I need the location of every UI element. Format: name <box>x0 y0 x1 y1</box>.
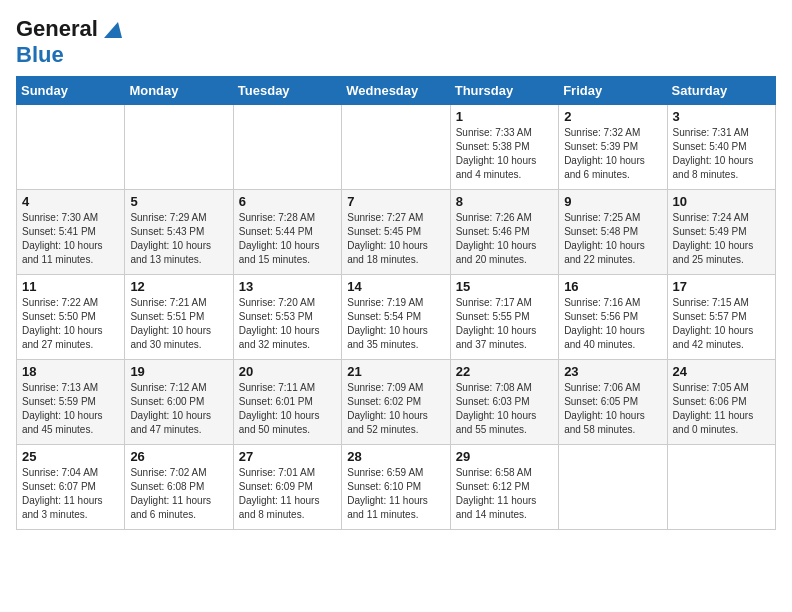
day-number: 2 <box>564 109 661 124</box>
calendar-cell <box>667 445 775 530</box>
calendar-cell: 16Sunrise: 7:16 AM Sunset: 5:56 PM Dayli… <box>559 275 667 360</box>
col-header-friday: Friday <box>559 77 667 105</box>
day-number: 14 <box>347 279 444 294</box>
day-number: 17 <box>673 279 770 294</box>
day-info: Sunrise: 7:32 AM Sunset: 5:39 PM Dayligh… <box>564 126 661 182</box>
day-info: Sunrise: 7:08 AM Sunset: 6:03 PM Dayligh… <box>456 381 553 437</box>
day-info: Sunrise: 7:04 AM Sunset: 6:07 PM Dayligh… <box>22 466 119 522</box>
day-info: Sunrise: 7:28 AM Sunset: 5:44 PM Dayligh… <box>239 211 336 267</box>
day-number: 6 <box>239 194 336 209</box>
page-header: General Blue <box>16 16 776 68</box>
calendar-cell: 17Sunrise: 7:15 AM Sunset: 5:57 PM Dayli… <box>667 275 775 360</box>
col-header-thursday: Thursday <box>450 77 558 105</box>
day-number: 28 <box>347 449 444 464</box>
logo-triangle-icon <box>100 18 122 40</box>
day-info: Sunrise: 7:33 AM Sunset: 5:38 PM Dayligh… <box>456 126 553 182</box>
calendar-cell: 23Sunrise: 7:06 AM Sunset: 6:05 PM Dayli… <box>559 360 667 445</box>
day-number: 10 <box>673 194 770 209</box>
calendar-cell: 19Sunrise: 7:12 AM Sunset: 6:00 PM Dayli… <box>125 360 233 445</box>
day-number: 18 <box>22 364 119 379</box>
col-header-monday: Monday <box>125 77 233 105</box>
calendar-table: SundayMondayTuesdayWednesdayThursdayFrid… <box>16 76 776 530</box>
day-info: Sunrise: 7:15 AM Sunset: 5:57 PM Dayligh… <box>673 296 770 352</box>
day-info: Sunrise: 7:16 AM Sunset: 5:56 PM Dayligh… <box>564 296 661 352</box>
calendar-cell: 25Sunrise: 7:04 AM Sunset: 6:07 PM Dayli… <box>17 445 125 530</box>
day-number: 11 <box>22 279 119 294</box>
calendar-cell: 24Sunrise: 7:05 AM Sunset: 6:06 PM Dayli… <box>667 360 775 445</box>
day-number: 24 <box>673 364 770 379</box>
logo-blue-text: Blue <box>16 42 64 67</box>
day-number: 15 <box>456 279 553 294</box>
calendar-cell: 4Sunrise: 7:30 AM Sunset: 5:41 PM Daylig… <box>17 190 125 275</box>
day-number: 19 <box>130 364 227 379</box>
day-number: 16 <box>564 279 661 294</box>
calendar-cell: 10Sunrise: 7:24 AM Sunset: 5:49 PM Dayli… <box>667 190 775 275</box>
calendar-cell: 22Sunrise: 7:08 AM Sunset: 6:03 PM Dayli… <box>450 360 558 445</box>
day-info: Sunrise: 7:30 AM Sunset: 5:41 PM Dayligh… <box>22 211 119 267</box>
day-number: 25 <box>22 449 119 464</box>
day-number: 23 <box>564 364 661 379</box>
col-header-tuesday: Tuesday <box>233 77 341 105</box>
day-info: Sunrise: 7:29 AM Sunset: 5:43 PM Dayligh… <box>130 211 227 267</box>
day-info: Sunrise: 6:59 AM Sunset: 6:10 PM Dayligh… <box>347 466 444 522</box>
day-info: Sunrise: 7:27 AM Sunset: 5:45 PM Dayligh… <box>347 211 444 267</box>
day-info: Sunrise: 7:21 AM Sunset: 5:51 PM Dayligh… <box>130 296 227 352</box>
calendar-cell: 7Sunrise: 7:27 AM Sunset: 5:45 PM Daylig… <box>342 190 450 275</box>
day-number: 9 <box>564 194 661 209</box>
day-info: Sunrise: 7:01 AM Sunset: 6:09 PM Dayligh… <box>239 466 336 522</box>
calendar-cell <box>233 105 341 190</box>
day-info: Sunrise: 7:31 AM Sunset: 5:40 PM Dayligh… <box>673 126 770 182</box>
day-info: Sunrise: 7:05 AM Sunset: 6:06 PM Dayligh… <box>673 381 770 437</box>
day-number: 21 <box>347 364 444 379</box>
day-info: Sunrise: 7:12 AM Sunset: 6:00 PM Dayligh… <box>130 381 227 437</box>
day-info: Sunrise: 7:17 AM Sunset: 5:55 PM Dayligh… <box>456 296 553 352</box>
calendar-cell: 26Sunrise: 7:02 AM Sunset: 6:08 PM Dayli… <box>125 445 233 530</box>
day-info: Sunrise: 7:24 AM Sunset: 5:49 PM Dayligh… <box>673 211 770 267</box>
day-info: Sunrise: 7:22 AM Sunset: 5:50 PM Dayligh… <box>22 296 119 352</box>
calendar-cell: 14Sunrise: 7:19 AM Sunset: 5:54 PM Dayli… <box>342 275 450 360</box>
day-number: 26 <box>130 449 227 464</box>
calendar-cell: 18Sunrise: 7:13 AM Sunset: 5:59 PM Dayli… <box>17 360 125 445</box>
calendar-cell: 8Sunrise: 7:26 AM Sunset: 5:46 PM Daylig… <box>450 190 558 275</box>
day-number: 27 <box>239 449 336 464</box>
day-info: Sunrise: 7:26 AM Sunset: 5:46 PM Dayligh… <box>456 211 553 267</box>
logo: General Blue <box>16 16 122 68</box>
col-header-sunday: Sunday <box>17 77 125 105</box>
calendar-cell <box>342 105 450 190</box>
calendar-cell: 1Sunrise: 7:33 AM Sunset: 5:38 PM Daylig… <box>450 105 558 190</box>
calendar-cell <box>559 445 667 530</box>
day-info: Sunrise: 7:19 AM Sunset: 5:54 PM Dayligh… <box>347 296 444 352</box>
col-header-wednesday: Wednesday <box>342 77 450 105</box>
day-info: Sunrise: 7:25 AM Sunset: 5:48 PM Dayligh… <box>564 211 661 267</box>
day-info: Sunrise: 7:20 AM Sunset: 5:53 PM Dayligh… <box>239 296 336 352</box>
day-number: 1 <box>456 109 553 124</box>
calendar-cell: 12Sunrise: 7:21 AM Sunset: 5:51 PM Dayli… <box>125 275 233 360</box>
col-header-saturday: Saturday <box>667 77 775 105</box>
calendar-cell <box>17 105 125 190</box>
logo-general-text: General <box>16 16 98 42</box>
day-number: 4 <box>22 194 119 209</box>
calendar-cell: 29Sunrise: 6:58 AM Sunset: 6:12 PM Dayli… <box>450 445 558 530</box>
day-number: 20 <box>239 364 336 379</box>
svg-marker-0 <box>104 22 122 38</box>
day-info: Sunrise: 6:58 AM Sunset: 6:12 PM Dayligh… <box>456 466 553 522</box>
calendar-cell: 27Sunrise: 7:01 AM Sunset: 6:09 PM Dayli… <box>233 445 341 530</box>
calendar-cell: 5Sunrise: 7:29 AM Sunset: 5:43 PM Daylig… <box>125 190 233 275</box>
day-info: Sunrise: 7:11 AM Sunset: 6:01 PM Dayligh… <box>239 381 336 437</box>
day-number: 7 <box>347 194 444 209</box>
day-info: Sunrise: 7:02 AM Sunset: 6:08 PM Dayligh… <box>130 466 227 522</box>
calendar-cell: 3Sunrise: 7:31 AM Sunset: 5:40 PM Daylig… <box>667 105 775 190</box>
calendar-cell: 15Sunrise: 7:17 AM Sunset: 5:55 PM Dayli… <box>450 275 558 360</box>
calendar-cell: 2Sunrise: 7:32 AM Sunset: 5:39 PM Daylig… <box>559 105 667 190</box>
calendar-cell: 13Sunrise: 7:20 AM Sunset: 5:53 PM Dayli… <box>233 275 341 360</box>
day-number: 29 <box>456 449 553 464</box>
calendar-cell <box>125 105 233 190</box>
calendar-cell: 6Sunrise: 7:28 AM Sunset: 5:44 PM Daylig… <box>233 190 341 275</box>
day-number: 3 <box>673 109 770 124</box>
calendar-cell: 21Sunrise: 7:09 AM Sunset: 6:02 PM Dayli… <box>342 360 450 445</box>
calendar-cell: 9Sunrise: 7:25 AM Sunset: 5:48 PM Daylig… <box>559 190 667 275</box>
calendar-cell: 28Sunrise: 6:59 AM Sunset: 6:10 PM Dayli… <box>342 445 450 530</box>
day-number: 8 <box>456 194 553 209</box>
day-number: 5 <box>130 194 227 209</box>
day-info: Sunrise: 7:06 AM Sunset: 6:05 PM Dayligh… <box>564 381 661 437</box>
